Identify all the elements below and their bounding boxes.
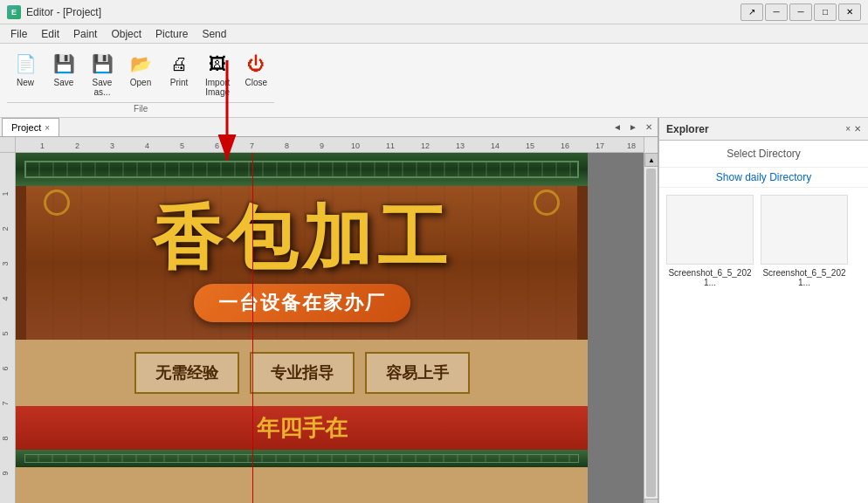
print-label: Print	[170, 78, 189, 87]
scroll-thumb[interactable]	[646, 169, 656, 497]
canvas-art-subtitle: 一台设备在家办厂	[194, 284, 410, 322]
svg-text:6: 6	[215, 141, 219, 150]
app-icon: E	[7, 5, 21, 19]
scroll-up-button[interactable]: ▲	[644, 153, 658, 167]
save-as-icon: 💾	[90, 52, 114, 76]
cursor-guide-line	[252, 153, 253, 503]
explorer-float-button[interactable]: ×	[845, 124, 851, 134]
menu-file[interactable]: File	[3, 26, 34, 42]
float-button[interactable]: ↗	[741, 3, 763, 21]
new-label: New	[17, 78, 34, 87]
title-bar: E Editor - [Project] ↗ ─ ─ □ ✕	[0, 0, 868, 24]
svg-text:7: 7	[250, 141, 254, 150]
svg-text:3: 3	[110, 141, 114, 150]
save-button[interactable]: 💾 Save	[45, 47, 82, 101]
svg-text:14: 14	[491, 141, 499, 150]
select-directory-label: Select Directory	[659, 141, 868, 168]
close-button[interactable]: ✕	[838, 3, 861, 21]
open-icon: 📂	[128, 52, 153, 76]
menu-paint[interactable]: Paint	[66, 26, 104, 42]
import-image-icon: 🖼	[205, 52, 230, 76]
canvas-tag-1: 无需经验	[134, 352, 239, 394]
svg-text:16: 16	[561, 141, 569, 150]
save-as-button[interactable]: 💾 Save as...	[84, 47, 121, 101]
svg-text:2: 2	[75, 141, 79, 150]
svg-text:7: 7	[1, 401, 10, 405]
tab-close-button[interactable]: ×	[45, 123, 50, 133]
canvas-art-title: 香包加工	[52, 203, 551, 273]
scroll-down-button[interactable]: ▼	[644, 499, 658, 503]
svg-text:9: 9	[1, 471, 10, 475]
explorer-controls: × ✕	[845, 124, 861, 134]
explorer-panel: Explorer × ✕ Select Directory Show daily…	[658, 118, 868, 503]
tab-nav: ◄ ► ✕	[610, 119, 656, 136]
canvas-row: 1 2 3 4 5 6 7 8 9 10	[0, 153, 658, 503]
vertical-scrollbar[interactable]: ▲ ▼	[644, 153, 658, 503]
project-tab[interactable]: Project ×	[2, 118, 59, 136]
ruler-vertical: 1 2 3 4 5 6 7 8 9 10	[0, 153, 16, 503]
maximize-button[interactable]: □	[814, 3, 837, 21]
explorer-title: Explorer	[666, 123, 709, 135]
tab-bar: Project × ◄ ► ✕	[0, 118, 658, 137]
svg-text:17: 17	[596, 141, 604, 150]
explorer-body: Select Directory Show daily Directory Sc…	[659, 141, 868, 503]
svg-text:9: 9	[320, 141, 324, 150]
menu-edit[interactable]: Edit	[34, 26, 66, 42]
explorer-grid: Screenshot_6_5_2021... Screenshot_6_5_20…	[659, 188, 868, 294]
new-button[interactable]: 📄 New	[7, 47, 44, 101]
menu-send[interactable]: Send	[195, 26, 233, 42]
explorer-thumb-1	[666, 195, 754, 265]
explorer-header: Explorer × ✕	[659, 118, 868, 141]
close-project-label: Close	[245, 78, 268, 87]
toolbar: 📄 New 💾 Save 💾 Save as... 📂 Open 🖨 Print…	[0, 44, 868, 118]
canvas-wrapper: 1 2 3 4 5 6 7 8 9 10 11 12 13	[0, 137, 658, 503]
ruler-top: 1 2 3 4 5 6 7 8 9 10 11 12 13	[16, 137, 644, 153]
menu-object[interactable]: Object	[104, 26, 148, 42]
svg-text:12: 12	[421, 141, 430, 150]
svg-text:8: 8	[1, 436, 10, 440]
tab-nav-left[interactable]: ◄	[610, 119, 624, 136]
explorer-item-2[interactable]: Screenshot_6_5_2021...	[761, 195, 848, 287]
show-directory-button[interactable]: Show daily Directory	[659, 168, 868, 188]
open-label: Open	[130, 78, 151, 87]
canvas-tag-3: 容易上手	[365, 352, 470, 394]
explorer-item-1[interactable]: Screenshot_6_5_2021...	[666, 195, 754, 287]
minimize-button[interactable]: ─	[789, 3, 812, 21]
svg-text:1: 1	[1, 191, 10, 196]
canvas-image: 香包加工 一台设备在家办厂 无需经验 专业指导 容易上手	[16, 153, 588, 503]
new-icon: 📄	[13, 52, 38, 76]
svg-text:4: 4	[1, 296, 10, 300]
import-image-label: Import Image	[205, 78, 230, 97]
canvas-content[interactable]: 香包加工 一台设备在家办厂 无需经验 专业指导 容易上手	[16, 153, 644, 503]
svg-text:6: 6	[1, 366, 10, 370]
tab-nav-close[interactable]: ✕	[642, 119, 656, 136]
svg-text:13: 13	[456, 141, 465, 150]
svg-text:18: 18	[627, 141, 636, 150]
menu-bar: File Edit Paint Object Picture Send	[0, 24, 868, 44]
save-icon: 💾	[52, 52, 76, 76]
svg-text:3: 3	[1, 261, 10, 265]
svg-text:5: 5	[1, 331, 10, 335]
close-project-button[interactable]: ⏻ Close	[238, 47, 274, 101]
tab-label: Project	[11, 122, 41, 133]
open-button[interactable]: 📂 Open	[122, 47, 159, 101]
import-image-button[interactable]: 🖼 Import Image	[199, 47, 236, 101]
window-title: Editor - [Project]	[26, 6, 741, 18]
explorer-close-button[interactable]: ✕	[854, 124, 861, 134]
svg-text:10: 10	[351, 141, 360, 150]
explorer-thumb-2	[761, 195, 848, 265]
tab-nav-right[interactable]: ►	[626, 119, 640, 136]
menu-picture[interactable]: Picture	[148, 26, 195, 42]
main-area: Project × ◄ ► ✕	[0, 118, 868, 503]
ruler-corner	[0, 137, 16, 153]
svg-text:11: 11	[386, 141, 395, 150]
print-button[interactable]: 🖨 Print	[161, 47, 197, 101]
canvas-tag-2: 专业指导	[250, 352, 355, 394]
pin-button[interactable]: ─	[765, 3, 788, 21]
svg-text:2: 2	[1, 226, 10, 231]
print-icon: 🖨	[167, 52, 191, 76]
svg-text:4: 4	[145, 141, 149, 150]
editor-panel: Project × ◄ ► ✕	[0, 118, 658, 503]
save-label: Save	[54, 78, 74, 87]
explorer-item-label-2: Screenshot_6_5_2021...	[761, 268, 848, 287]
